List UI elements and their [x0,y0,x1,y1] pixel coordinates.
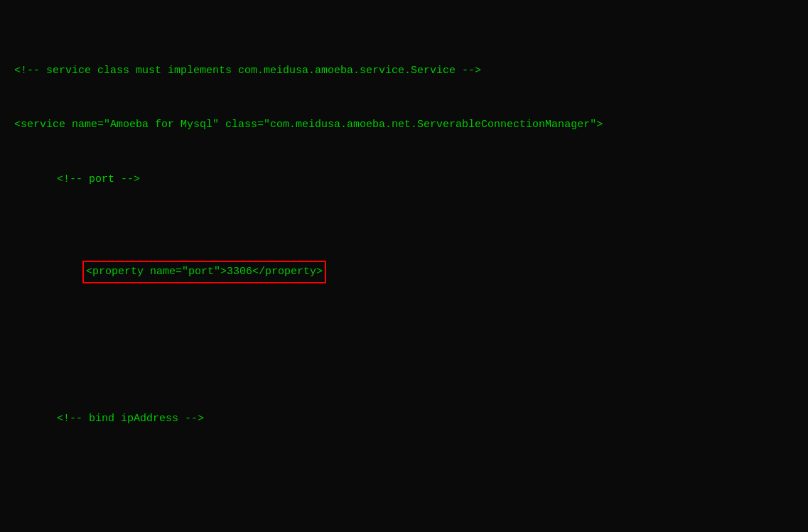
line-6: <!-- bind ipAddress --> [57,410,794,428]
code-viewer: <!-- service class must implements com.m… [14,7,794,532]
line-2: <service name="Amoeba for Mysql" class="… [14,116,794,134]
line-1: <!-- service class must implements com.m… [14,62,794,80]
highlight-port: <property name="port">3306</property> [82,261,326,283]
line-7 [14,465,794,483]
line-4: <property name="port">3306</property> [57,243,794,302]
line-3: <!-- port --> [57,170,794,189]
line-5 [14,356,794,374]
